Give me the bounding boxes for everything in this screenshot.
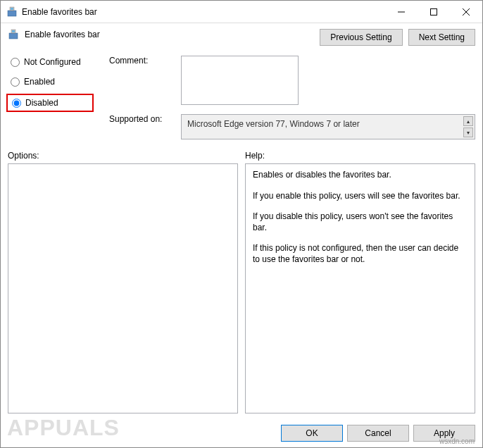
supported-scroll: ▴ ▾ — [463, 116, 473, 137]
comment-textarea[interactable] — [181, 56, 299, 105]
content-area: Enable favorites bar Previous Setting Ne… — [1, 23, 482, 419]
minimize-button[interactable] — [385, 1, 418, 23]
panels-section: Options: Help: Enables or disables the f… — [8, 151, 475, 413]
svg-rect-0 — [8, 11, 16, 16]
gpo-icon — [6, 6, 18, 18]
options-box — [8, 163, 238, 413]
settings-section: Not Configured Enabled Disabled Comment: — [8, 56, 475, 139]
supported-label: Supported on: — [109, 114, 172, 139]
help-box[interactable]: Enables or disables the favorites bar. I… — [245, 163, 475, 413]
radio-group: Not Configured Enabled Disabled — [8, 56, 92, 139]
nav-buttons: Previous Setting Next Setting — [320, 29, 475, 46]
radio-disabled-input[interactable] — [12, 99, 21, 108]
radio-enabled-input[interactable] — [11, 77, 20, 87]
radio-not-configured[interactable]: Not Configured — [8, 56, 92, 68]
radio-disabled-label: Disabled — [25, 98, 58, 108]
policy-icon — [8, 29, 19, 40]
help-paragraph: If you enable this policy, users will se… — [253, 191, 468, 202]
policy-title: Enable favorites bar — [25, 30, 315, 39]
svg-rect-2 — [11, 8, 13, 10]
maximize-button[interactable] — [418, 1, 450, 23]
help-paragraph: Enables or disables the favorites bar. — [253, 170, 468, 181]
help-paragraph: If you disable this policy, users won't … — [253, 211, 468, 233]
window-title: Enable favorites bar — [22, 7, 385, 17]
help-label: Help: — [245, 151, 475, 161]
supported-row: Supported on: Microsoft Edge version 77,… — [109, 114, 475, 139]
close-button[interactable] — [450, 1, 482, 23]
radio-disabled[interactable]: Disabled — [6, 94, 94, 112]
options-panel: Options: — [8, 151, 238, 413]
header-row: Enable favorites bar — [8, 29, 315, 40]
help-paragraph: If this policy is not configured, then t… — [253, 243, 468, 265]
scroll-up-icon[interactable]: ▴ — [463, 116, 473, 126]
help-text: Enables or disables the favorites bar. I… — [253, 170, 468, 266]
next-setting-button[interactable]: Next Setting — [408, 29, 475, 46]
scroll-down-icon[interactable]: ▾ — [463, 127, 473, 137]
radio-not-configured-input[interactable] — [11, 58, 20, 67]
comment-row: Comment: — [109, 56, 475, 107]
supported-on-box: Microsoft Edge version 77, Windows 7 or … — [181, 114, 475, 139]
ok-button[interactable]: OK — [281, 425, 343, 442]
footer-buttons: OK Cancel Apply — [1, 419, 482, 447]
radio-enabled-label: Enabled — [24, 77, 55, 87]
previous-setting-button[interactable]: Previous Setting — [320, 29, 402, 46]
radio-not-configured-label: Not Configured — [24, 57, 81, 67]
cancel-button[interactable]: Cancel — [347, 425, 409, 442]
dialog-window: Enable favorites bar — [0, 0, 483, 448]
titlebar: Enable favorites bar — [1, 1, 482, 23]
radio-enabled[interactable]: Enabled — [8, 75, 92, 88]
comment-label: Comment: — [109, 56, 172, 107]
help-panel: Help: Enables or disables the favorites … — [245, 151, 475, 413]
svg-rect-4 — [431, 8, 437, 15]
svg-rect-9 — [12, 30, 15, 32]
supported-on-text: Microsoft Edge version 77, Windows 7 or … — [187, 119, 360, 129]
options-label: Options: — [8, 151, 238, 161]
apply-button[interactable]: Apply — [413, 425, 475, 442]
window-controls — [385, 1, 482, 23]
svg-rect-7 — [9, 33, 18, 39]
fields-column: Comment: Supported on: Microsoft Edge ve… — [109, 56, 475, 139]
